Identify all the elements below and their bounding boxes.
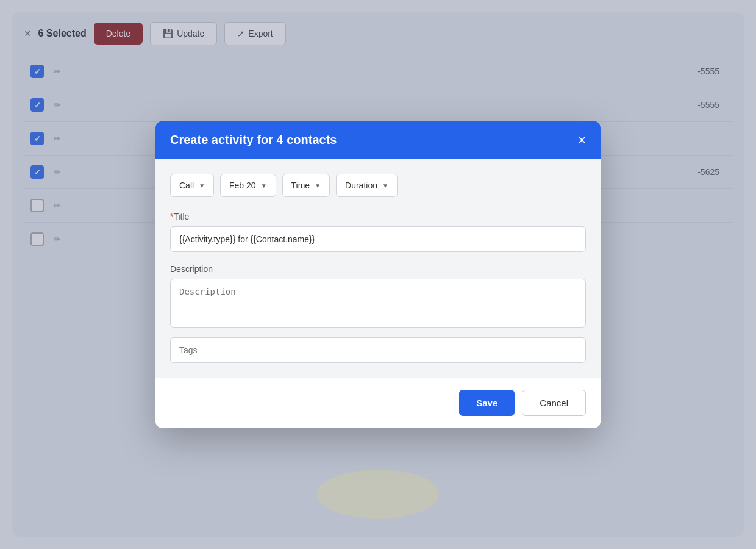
- dropdowns-row: Call ▼ Feb 20 ▼ Time ▼ Duration ▼: [170, 174, 586, 197]
- title-field-group: *Title: [170, 212, 586, 264]
- modal-header: Create activity for 4 contacts ×: [155, 121, 601, 159]
- time-label: Time: [291, 181, 310, 190]
- duration-dropdown[interactable]: Duration ▼: [336, 174, 398, 197]
- save-button[interactable]: Save: [459, 390, 515, 416]
- chevron-down-icon: ▼: [315, 182, 321, 189]
- modal-title: Create activity for 4 contacts: [170, 133, 337, 147]
- cancel-button[interactable]: Cancel: [522, 390, 586, 416]
- modal-close-button[interactable]: ×: [578, 134, 586, 147]
- modal-overlay: Create activity for 4 contacts × Call ▼ …: [0, 0, 756, 549]
- chevron-down-icon: ▼: [261, 182, 267, 189]
- modal-footer: Save Cancel: [155, 378, 601, 428]
- title-input[interactable]: [170, 226, 586, 252]
- chevron-down-icon: ▼: [199, 182, 205, 189]
- activity-type-label: Call: [179, 181, 194, 190]
- modal-body: Call ▼ Feb 20 ▼ Time ▼ Duration ▼ *Ti: [155, 159, 601, 378]
- description-field-label: Description: [170, 264, 586, 274]
- tags-input[interactable]: [170, 337, 586, 363]
- date-dropdown[interactable]: Feb 20 ▼: [220, 174, 276, 197]
- time-dropdown[interactable]: Time ▼: [282, 174, 330, 197]
- description-textarea[interactable]: [170, 279, 586, 328]
- date-label: Feb 20: [229, 181, 256, 190]
- duration-label: Duration: [345, 181, 377, 190]
- description-field-group: Description: [170, 264, 586, 337]
- activity-type-dropdown[interactable]: Call ▼: [170, 174, 214, 197]
- title-field-label: *Title: [170, 212, 586, 221]
- chevron-down-icon: ▼: [382, 182, 388, 189]
- create-activity-modal: Create activity for 4 contacts × Call ▼ …: [155, 121, 601, 428]
